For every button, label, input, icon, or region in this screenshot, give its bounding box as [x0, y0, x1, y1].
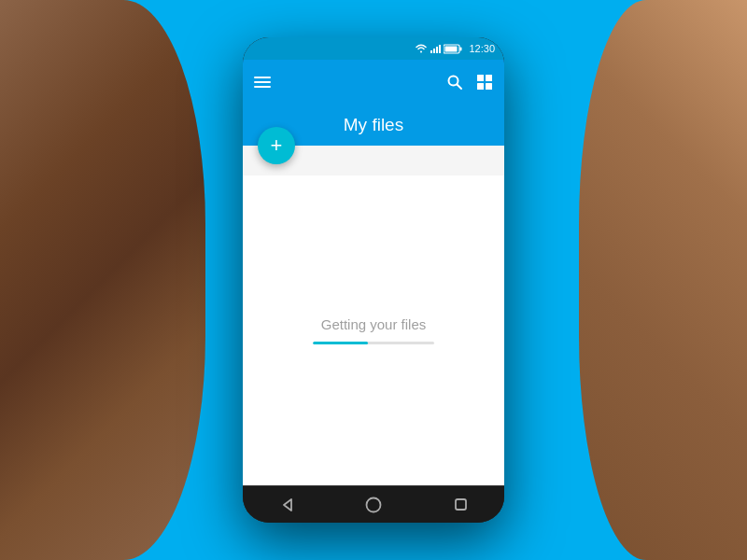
svg-marker-10: [284, 499, 291, 511]
page-title: My files: [344, 115, 403, 135]
search-icon: [446, 74, 463, 91]
svg-line-5: [458, 85, 462, 90]
content-area: Getting your files: [243, 175, 504, 485]
fab-area: +: [243, 146, 504, 175]
status-bar: 12:30: [243, 37, 504, 60]
fab-add-button[interactable]: +: [258, 127, 295, 164]
recents-button[interactable]: [442, 491, 479, 519]
home-button[interactable]: [355, 491, 392, 519]
nav-bar: [243, 485, 504, 523]
fab-plus-icon: +: [271, 135, 283, 156]
svg-rect-9: [486, 83, 492, 90]
back-arrow-icon: [279, 497, 294, 512]
svg-rect-6: [477, 75, 484, 81]
svg-rect-3: [445, 46, 458, 51]
status-time: 12:30: [469, 43, 495, 54]
status-icons: 12:30: [415, 43, 495, 54]
hand-left-bg: [0, 0, 205, 560]
back-button[interactable]: [268, 491, 305, 519]
svg-rect-8: [477, 83, 484, 90]
search-button[interactable]: [446, 74, 463, 91]
svg-point-11: [366, 497, 380, 511]
loading-text: Getting your files: [321, 316, 427, 332]
app-bar-actions: [446, 74, 493, 91]
grid-view-button[interactable]: [476, 74, 493, 91]
svg-rect-12: [456, 499, 466, 510]
loading-bar-container: [313, 342, 434, 344]
hamburger-menu-icon[interactable]: [254, 77, 271, 88]
battery-icon: [444, 44, 462, 54]
app-bar: [243, 60, 504, 105]
signal-icon: [430, 44, 441, 53]
grid-view-icon: [476, 74, 493, 91]
phone-device: 12:30: [243, 37, 504, 523]
home-circle-icon: [365, 497, 382, 513]
loading-bar: [313, 342, 368, 344]
hand-right-bg: [579, 0, 747, 560]
recents-square-icon: [454, 497, 468, 511]
svg-point-0: [420, 51, 422, 53]
svg-rect-7: [486, 75, 492, 81]
svg-rect-2: [460, 47, 462, 50]
wifi-icon: [415, 44, 428, 53]
